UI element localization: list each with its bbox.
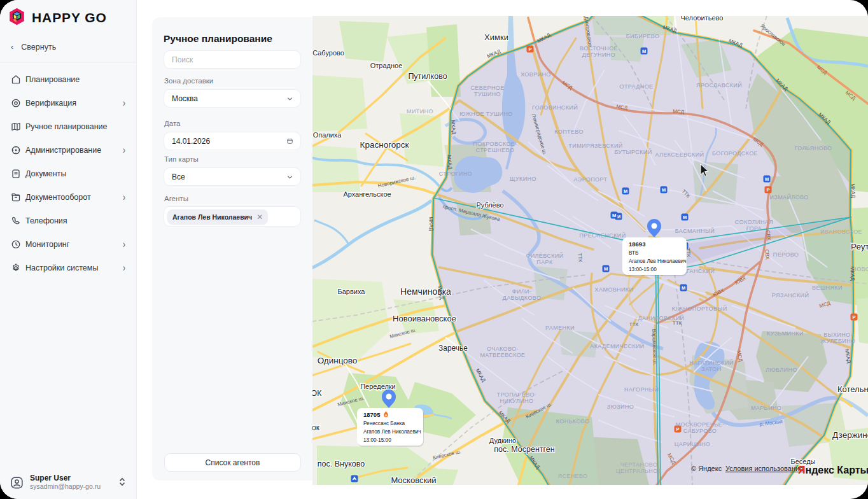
svg-text:КУЗЬМИНКИ: КУЗЬМИНКИ bbox=[767, 330, 804, 337]
svg-text:ОТРАДНОЕ: ОТРАДНОЕ bbox=[620, 83, 654, 90]
svg-text:М: М bbox=[624, 188, 627, 194]
svg-text:ФИЛЁВСКИЙ: ФИЛЁВСКИЙ bbox=[526, 252, 563, 259]
svg-text:МАТВЕЕВСКОЕ: МАТВЕЕВСКОЕ bbox=[480, 352, 525, 358]
svg-text:ЩУКИНО: ЩУКИНО bbox=[510, 176, 536, 182]
svg-text:ЗАТОН: ЗАТОН bbox=[701, 366, 721, 372]
svg-text:ЯРОСЛАВСКИЙ: ЯРОСЛАВСКИЙ bbox=[696, 81, 742, 88]
svg-text:ВТБ: ВТБ bbox=[629, 250, 638, 256]
svg-text:М: М bbox=[642, 48, 646, 54]
svg-text:ЗЮЗИНО: ЗЮЗИНО bbox=[607, 404, 634, 410]
svg-text:СВХ: СВХ bbox=[765, 230, 771, 241]
svg-text:ХОВРИНО: ХОВРИНО bbox=[521, 71, 550, 78]
svg-text:М: М bbox=[604, 266, 608, 272]
svg-text:Ренессанс Банка: Ренессанс Банка bbox=[363, 421, 405, 426]
svg-text:СЕВЕРНОЕ: СЕВЕРНОЕ bbox=[470, 85, 504, 91]
svg-text:Рублёво: Рублёво bbox=[476, 201, 503, 209]
svg-text:РАМЕНКИ: РАМЕНКИ bbox=[545, 325, 575, 331]
svg-text:МСД: МСД bbox=[673, 109, 685, 115]
svg-text:ДАВЫДКОВО: ДАВЫДКОВО bbox=[503, 295, 542, 301]
svg-text:ИВАНОВСКОЕ: ИВАНОВСКОЕ bbox=[820, 228, 862, 235]
svg-text:БОГОРОДСКОЕ: БОГОРОДСКОЕ bbox=[712, 150, 758, 157]
svg-text:ОЧАКОВО-: ОЧАКОВО- bbox=[487, 346, 519, 352]
svg-text:Р: Р bbox=[528, 46, 531, 52]
svg-text:БУТЫРСКИЙ: БУТЫРСКИЙ bbox=[614, 148, 652, 155]
svg-text:МКАД: МКАД bbox=[428, 216, 434, 231]
svg-text:ЮЖНОЕ ТУШИНО: ЮЖНОЕ ТУШИНО bbox=[459, 111, 512, 117]
svg-text:Одинцово: Одинцово bbox=[318, 356, 358, 365]
svg-text:ЦЕНТРАЛЬНОЕ: ЦЕНТРАЛЬНОЕ bbox=[616, 468, 662, 474]
svg-text:ТРОПАРЁВО-: ТРОПАРЁВО- bbox=[497, 391, 537, 398]
svg-text:РЯЗАНСКИЙ: РЯЗАНСКИЙ bbox=[772, 292, 809, 299]
svg-text:Агапов Лев Николаевич: Агапов Лев Николаевич bbox=[363, 429, 421, 435]
svg-text:М: М bbox=[612, 213, 616, 218]
svg-text:Путилково: Путилково bbox=[408, 72, 447, 81]
svg-text:пос. Внуково: пос. Внуково bbox=[318, 460, 365, 468]
svg-text:БИБИРЕВО: БИБИРЕВО bbox=[626, 33, 660, 39]
svg-text:СТРОГИНО: СТРОГИНО bbox=[439, 171, 473, 177]
svg-text:Заречье: Заречье bbox=[438, 344, 468, 353]
svg-text:13:00-15:00: 13:00-15:00 bbox=[363, 437, 391, 443]
svg-text:КОПТЕВО: КОПТЕВО bbox=[554, 129, 584, 135]
svg-text:18693: 18693 bbox=[629, 241, 645, 248]
svg-text:САБУРОВО: САБУРОВО bbox=[683, 428, 717, 434]
svg-text:Барвиха: Барвиха bbox=[338, 288, 366, 295]
svg-text:Московский: Московский bbox=[391, 475, 436, 485]
svg-text:Отрадное: Отрадное bbox=[370, 62, 403, 69]
svg-text:АЛЕКСЕЕВСКИЙ: АЛЕКСЕЕВСКИЙ bbox=[655, 151, 704, 158]
svg-text:М: М bbox=[683, 214, 687, 220]
svg-text:ТИМИРЯЗЕВСКИЙ: ТИМИРЯЗЕВСКИЙ bbox=[568, 142, 622, 149]
svg-text:МОСКВОРЕЧЬЕ-: МОСКВОРЕЧЬЕ- bbox=[676, 421, 725, 428]
svg-text:Опалиха: Опалиха bbox=[313, 131, 342, 139]
svg-text:Яндекс Карты: Яндекс Карты bbox=[798, 465, 868, 475]
svg-text:пос. Мосрентген: пос. Мосрентген bbox=[494, 445, 554, 454]
svg-text:ЖУЛЕБИНО: ЖУЛЕБИНО bbox=[821, 338, 856, 344]
svg-text:СОКОЛИНАЯ: СОКОЛИНАЯ bbox=[735, 219, 773, 225]
svg-text:Условия использования: Условия использования bbox=[725, 465, 803, 472]
svg-text:ок: ок bbox=[312, 423, 320, 432]
svg-text:БАСМАННЫЙ: БАСМАННЫЙ bbox=[675, 227, 715, 234]
svg-text:М: М bbox=[682, 285, 685, 291]
svg-text:Реутов: Реутов bbox=[851, 242, 868, 251]
svg-text:Котельники: Котельники bbox=[837, 384, 868, 394]
svg-text:Сабурово: Сабурово bbox=[312, 49, 344, 57]
svg-text:ЯСЕНЕВО: ЯСЕНЕВО bbox=[557, 473, 587, 479]
svg-text:ПЕРОВО: ПЕРОВО bbox=[773, 251, 799, 258]
svg-text:Новоивановское: Новоивановское bbox=[393, 314, 456, 323]
svg-text:МКАД: МКАД bbox=[850, 184, 857, 199]
svg-text:НАГАТИНСКИЙ: НАГАТИНСКИЙ bbox=[689, 359, 734, 366]
svg-text:ИЗМАЙЛОВО: ИЗМАЙЛОВО bbox=[769, 193, 808, 200]
svg-text:ЧЕРТАНОВО: ЧЕРТАНОВО bbox=[620, 461, 658, 468]
svg-text:ДЕГУНИНО: ДЕГУНИНО bbox=[582, 52, 615, 58]
svg-text:ВЕШНЯКИ: ВЕШНЯКИ bbox=[812, 285, 843, 291]
svg-text:АКАДЕМИЧЕСКИЙ: АКАДЕМИЧЕСКИЙ bbox=[590, 342, 645, 349]
svg-text:ЮЖНОПОРТОВЫЙ: ЮЖНОПОРТОВЫЙ bbox=[671, 305, 727, 312]
svg-text:НАГОРНЫЙ: НАГОРНЫЙ bbox=[624, 386, 659, 393]
svg-text:ОК: ОК bbox=[312, 389, 321, 398]
svg-text:ТТК: ТТК bbox=[629, 321, 639, 327]
svg-text:Р: Р bbox=[852, 314, 855, 320]
svg-text:ЛЮБЛИНО: ЛЮБЛИНО bbox=[766, 367, 797, 373]
svg-text:ХАМОВНИКИ: ХАМОВНИКИ bbox=[595, 286, 634, 293]
svg-text:КОНЬКОВО: КОНЬКОВО bbox=[556, 418, 590, 425]
svg-text:СВХ: СВХ bbox=[764, 249, 770, 260]
svg-text:Красногорск: Красногорск bbox=[360, 140, 409, 150]
svg-text:ТТК: ТТК bbox=[673, 320, 682, 326]
svg-text:ТТК: ТТК bbox=[577, 253, 583, 263]
svg-text:ВОСТОЧНОЕ: ВОСТОЧНОЕ bbox=[580, 45, 618, 52]
svg-text:ЦАРИЦЫНО: ЦАРИЦЫНО bbox=[675, 441, 710, 447]
svg-text:Дзержинский: Дзержинский bbox=[832, 430, 868, 440]
svg-text:18705: 18705 bbox=[363, 411, 381, 418]
svg-text:Агапов Лев Николаевич: Агапов Лев Николаевич bbox=[629, 258, 687, 264]
svg-text:М: М bbox=[765, 176, 769, 182]
svg-text:ГОРА: ГОРА bbox=[746, 225, 762, 232]
svg-text:СТРЕШНЕВО: СТРЕШНЕВО bbox=[476, 147, 515, 153]
svg-text:ПОКРОВСКОЕ-: ПОКРОВСКОЕ- bbox=[473, 141, 517, 147]
svg-text:ВЫХИНО-: ВЫХИНО- bbox=[823, 332, 853, 338]
svg-text:МАРЬИНО: МАРЬИНО bbox=[751, 405, 781, 411]
svg-text:М: М bbox=[662, 187, 666, 193]
svg-text:АЭРОПОРТ: АЭРОПОРТ bbox=[574, 176, 608, 183]
svg-text:ГОЛОВИНСКИЙ: ГОЛОВИНСКИЙ bbox=[532, 104, 578, 111]
svg-text:Химки: Химки bbox=[484, 32, 508, 42]
svg-text:Дудкино: Дудкино bbox=[489, 437, 516, 444]
svg-text:ПАРК: ПАРК bbox=[536, 259, 553, 265]
